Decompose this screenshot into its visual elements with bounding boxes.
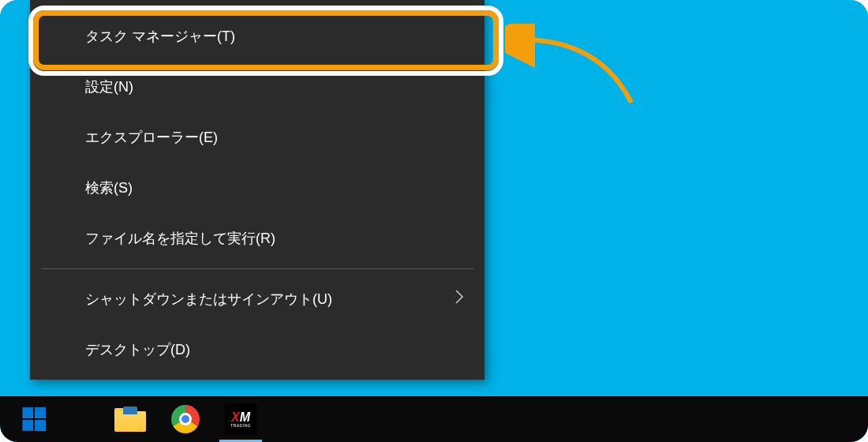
taskbar-item-chrome[interactable] bbox=[158, 396, 213, 442]
menu-item-label: シャットダウンまたはサインアウト(U) bbox=[85, 290, 332, 309]
menu-item-shutdown[interactable]: シャットダウンまたはサインアウト(U) bbox=[30, 274, 485, 324]
menu-item-label: 設定(N) bbox=[85, 77, 133, 96]
menu-item-label: デスクトップ(D) bbox=[85, 340, 190, 359]
chrome-icon bbox=[171, 405, 200, 433]
menu-item-label: エクスプローラー(E) bbox=[85, 128, 218, 147]
menu-item-run[interactable]: ファイル名を指定して実行(R) bbox=[30, 213, 485, 264]
taskbar-item-xm-trading[interactable]: XM TRADING bbox=[213, 396, 268, 442]
taskbar-pinned-apps: XM TRADING bbox=[103, 396, 268, 442]
file-explorer-icon bbox=[114, 406, 146, 432]
menu-item-settings[interactable]: 設定(N) bbox=[30, 62, 485, 112]
menu-item-label: 検索(S) bbox=[85, 178, 133, 197]
menu-item-desktop[interactable]: デスクトップ(D) bbox=[30, 324, 485, 375]
windows-logo-icon bbox=[22, 407, 46, 432]
screenshot-root: タスク マネージャー(T) 設定(N) エクスプローラー(E) 検索(S) ファ… bbox=[0, 0, 868, 442]
chevron-right-icon bbox=[455, 289, 464, 309]
menu-separator bbox=[41, 268, 473, 269]
menu-item-explorer[interactable]: エクスプローラー(E) bbox=[30, 112, 485, 163]
start-button[interactable] bbox=[8, 396, 59, 442]
menu-item-label: タスク マネージャー(T) bbox=[85, 27, 235, 46]
winx-context-menu: タスク マネージャー(T) 設定(N) エクスプローラー(E) 検索(S) ファ… bbox=[30, 0, 485, 380]
menu-item-label: ファイル名を指定して実行(R) bbox=[85, 229, 275, 248]
taskbar-item-file-explorer[interactable] bbox=[103, 396, 158, 442]
menu-item-task-manager[interactable]: タスク マネージャー(T) bbox=[30, 11, 485, 62]
taskbar: XM TRADING bbox=[0, 396, 868, 442]
menu-item-search[interactable]: 検索(S) bbox=[30, 163, 485, 213]
xm-trading-icon: XM TRADING bbox=[225, 403, 256, 435]
